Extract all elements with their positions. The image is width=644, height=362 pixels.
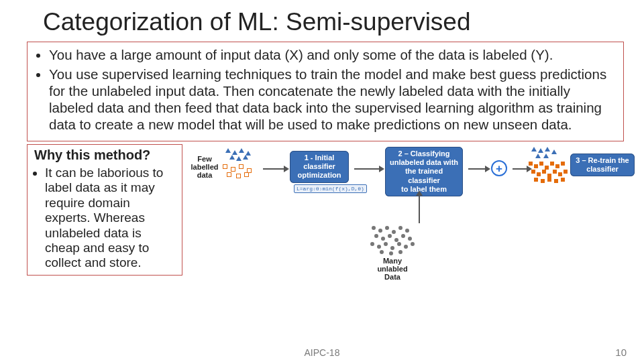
arrow-up-icon (419, 195, 420, 223)
why-heading: Why this method? (34, 147, 175, 163)
bullet-item: You use supervised learning techniques t… (49, 66, 614, 133)
bullet-item: You have a large amount of input data (X… (49, 46, 614, 63)
why-bullets: It can be laborious to label data as it … (34, 166, 175, 271)
bullet-item: It can be laborious to label data as it … (45, 166, 175, 271)
arrow-icon (354, 168, 380, 170)
why-box: Why this method? It can be laborious to … (27, 144, 182, 276)
page-title: Categorization of ML: Semi-supervised (0, 0, 644, 40)
arrow-icon (263, 168, 284, 170)
semi-supervised-diagram: Fewlabelleddata 1 - Initialclassifieropt… (188, 144, 624, 278)
arrow-icon (513, 168, 527, 170)
step2-box: 2 – Classifyingunlabeled data withthe tr… (385, 147, 463, 196)
definition-bullets: You have a large amount of input data (X… (37, 46, 614, 133)
step1-box: 1 - Initialclassifieroptimization (290, 151, 349, 183)
unlabeled-cluster-icon (369, 225, 416, 255)
many-unlabeled-label: ManyunlabledData (370, 257, 415, 281)
page-number: 10 (615, 347, 627, 358)
formula-label: L=arg₍θ₎min(f(x),D,θ) (294, 184, 367, 193)
definition-box: You have a large amount of input data (X… (27, 42, 624, 141)
few-labeled-label: Fewlabelleddata (188, 155, 221, 179)
plus-icon: + (491, 160, 507, 176)
step3-box: 3 – Re-train theclassifier (570, 154, 635, 176)
footer-center-label: AIPC-18 (0, 347, 644, 358)
arrow-icon (468, 168, 486, 170)
labeled-cluster-icon (221, 148, 260, 180)
